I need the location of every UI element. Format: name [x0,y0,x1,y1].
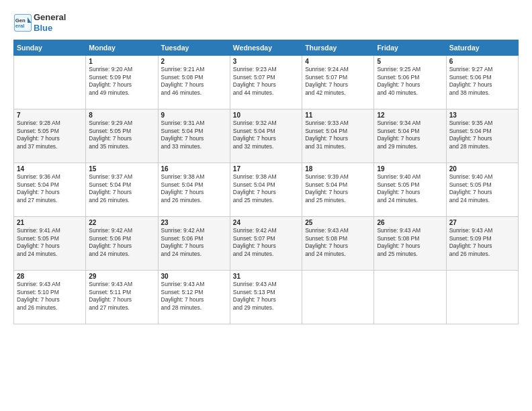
day-cell: 4Sunrise: 9:24 AM Sunset: 5:07 PM Daylig… [302,56,374,109]
svg-text:Gen: Gen [15,17,26,23]
day-number: 2 [161,58,227,65]
day-cell: 13Sunrise: 9:35 AM Sunset: 5:04 PM Dayli… [446,109,518,163]
col-header-thursday: Thursday [302,40,374,56]
day-cell: 24Sunrise: 9:42 AM Sunset: 5:07 PM Dayli… [230,217,302,271]
day-cell: 6Sunrise: 9:27 AM Sunset: 5:06 PM Daylig… [446,56,518,109]
day-number: 28 [17,273,83,280]
day-number: 31 [233,273,299,280]
day-number: 23 [161,219,227,226]
day-number: 7 [17,111,83,119]
day-cell: 10Sunrise: 9:32 AM Sunset: 5:04 PM Dayli… [230,109,302,163]
col-header-wednesday: Wednesday [230,40,302,56]
day-number: 21 [17,219,83,226]
day-cell: 8Sunrise: 9:29 AM Sunset: 5:05 PM Daylig… [86,109,158,163]
week-row-5: 28Sunrise: 9:43 AM Sunset: 5:10 PM Dayli… [14,271,519,324]
day-number: 30 [161,273,227,280]
day-cell: 18Sunrise: 9:39 AM Sunset: 5:04 PM Dayli… [302,163,374,217]
day-info: Sunrise: 9:43 AM Sunset: 5:10 PM Dayligh… [17,281,83,312]
day-info: Sunrise: 9:33 AM Sunset: 5:04 PM Dayligh… [305,120,371,150]
day-info: Sunrise: 9:41 AM Sunset: 5:05 PM Dayligh… [17,227,83,258]
day-cell: 3Sunrise: 9:23 AM Sunset: 5:07 PM Daylig… [230,56,302,109]
day-number: 3 [233,58,299,65]
day-info: Sunrise: 9:24 AM Sunset: 5:07 PM Dayligh… [305,66,371,97]
day-number: 14 [17,165,83,173]
day-cell [446,271,518,324]
day-number: 4 [305,58,371,65]
day-cell: 17Sunrise: 9:38 AM Sunset: 5:04 PM Dayli… [230,163,302,217]
day-info: Sunrise: 9:25 AM Sunset: 5:06 PM Dayligh… [377,66,443,97]
day-info: Sunrise: 9:27 AM Sunset: 5:06 PM Dayligh… [449,66,515,97]
day-cell: 31Sunrise: 9:43 AM Sunset: 5:13 PM Dayli… [230,271,302,324]
day-number: 6 [449,58,515,65]
logo-line2: Blue [34,23,66,34]
day-info: Sunrise: 9:43 AM Sunset: 5:13 PM Dayligh… [233,281,299,312]
col-header-monday: Monday [86,40,158,56]
day-info: Sunrise: 9:32 AM Sunset: 5:04 PM Dayligh… [233,120,299,150]
logo: Gen eral General Blue [13,12,66,33]
day-info: Sunrise: 9:29 AM Sunset: 5:05 PM Dayligh… [89,120,154,150]
day-number: 8 [89,111,154,119]
day-cell [14,56,86,109]
day-info: Sunrise: 9:43 AM Sunset: 5:09 PM Dayligh… [449,227,515,258]
day-info: Sunrise: 9:43 AM Sunset: 5:11 PM Dayligh… [89,281,154,312]
day-info: Sunrise: 9:43 AM Sunset: 5:08 PM Dayligh… [377,227,443,258]
day-info: Sunrise: 9:43 AM Sunset: 5:12 PM Dayligh… [161,281,227,312]
week-row-2: 7Sunrise: 9:28 AM Sunset: 5:05 PM Daylig… [14,109,519,163]
day-info: Sunrise: 9:36 AM Sunset: 5:04 PM Dayligh… [17,173,83,204]
week-row-3: 14Sunrise: 9:36 AM Sunset: 5:04 PM Dayli… [14,163,519,217]
page: Gen eral General Blue SundayMondayTuesda… [0,0,532,411]
calendar-table: SundayMondayTuesdayWednesdayThursdayFrid… [13,40,519,324]
day-info: Sunrise: 9:40 AM Sunset: 5:05 PM Dayligh… [377,173,443,204]
col-header-sunday: Sunday [14,40,86,56]
day-info: Sunrise: 9:31 AM Sunset: 5:04 PM Dayligh… [161,120,227,150]
day-number: 9 [161,111,227,119]
svg-text:eral: eral [15,23,25,29]
day-cell: 29Sunrise: 9:43 AM Sunset: 5:11 PM Dayli… [86,271,158,324]
day-info: Sunrise: 9:35 AM Sunset: 5:04 PM Dayligh… [449,120,515,150]
day-cell [374,271,446,324]
day-info: Sunrise: 9:40 AM Sunset: 5:05 PM Dayligh… [449,173,515,204]
day-number: 24 [233,219,299,226]
day-cell: 9Sunrise: 9:31 AM Sunset: 5:04 PM Daylig… [158,109,230,163]
day-info: Sunrise: 9:43 AM Sunset: 5:08 PM Dayligh… [305,227,371,258]
day-number: 1 [89,58,154,65]
day-number: 10 [233,111,299,119]
day-cell: 19Sunrise: 9:40 AM Sunset: 5:05 PM Dayli… [374,163,446,217]
day-cell: 16Sunrise: 9:38 AM Sunset: 5:04 PM Dayli… [158,163,230,217]
day-cell: 23Sunrise: 9:42 AM Sunset: 5:06 PM Dayli… [158,217,230,271]
day-info: Sunrise: 9:23 AM Sunset: 5:07 PM Dayligh… [233,66,299,97]
week-row-4: 21Sunrise: 9:41 AM Sunset: 5:05 PM Dayli… [14,217,519,271]
day-cell: 12Sunrise: 9:34 AM Sunset: 5:04 PM Dayli… [374,109,446,163]
day-info: Sunrise: 9:28 AM Sunset: 5:05 PM Dayligh… [17,120,83,150]
col-header-saturday: Saturday [446,40,518,56]
day-cell: 25Sunrise: 9:43 AM Sunset: 5:08 PM Dayli… [302,217,374,271]
logo-text-block: General Blue [34,12,66,33]
day-number: 19 [377,165,443,173]
day-number: 15 [89,165,154,173]
day-info: Sunrise: 9:21 AM Sunset: 5:08 PM Dayligh… [161,66,227,97]
logo-icon: Gen eral [13,13,32,32]
day-info: Sunrise: 9:34 AM Sunset: 5:04 PM Dayligh… [377,120,443,150]
day-cell: 14Sunrise: 9:36 AM Sunset: 5:04 PM Dayli… [14,163,86,217]
col-header-friday: Friday [374,40,446,56]
day-number: 18 [305,165,371,173]
day-cell: 21Sunrise: 9:41 AM Sunset: 5:05 PM Dayli… [14,217,86,271]
day-cell: 30Sunrise: 9:43 AM Sunset: 5:12 PM Dayli… [158,271,230,324]
day-number: 27 [449,219,515,226]
day-info: Sunrise: 9:39 AM Sunset: 5:04 PM Dayligh… [305,173,371,204]
day-number: 13 [449,111,515,119]
day-cell: 1Sunrise: 9:20 AM Sunset: 5:09 PM Daylig… [86,56,158,109]
day-cell: 15Sunrise: 9:37 AM Sunset: 5:04 PM Dayli… [86,163,158,217]
day-info: Sunrise: 9:38 AM Sunset: 5:04 PM Dayligh… [233,173,299,204]
day-cell [302,271,374,324]
header-row: SundayMondayTuesdayWednesdayThursdayFrid… [14,40,519,56]
logo-line1: General [34,12,66,23]
day-cell: 2Sunrise: 9:21 AM Sunset: 5:08 PM Daylig… [158,56,230,109]
day-info: Sunrise: 9:42 AM Sunset: 5:06 PM Dayligh… [161,227,227,258]
day-info: Sunrise: 9:42 AM Sunset: 5:06 PM Dayligh… [89,227,154,258]
day-number: 12 [377,111,443,119]
day-cell: 20Sunrise: 9:40 AM Sunset: 5:05 PM Dayli… [446,163,518,217]
day-info: Sunrise: 9:20 AM Sunset: 5:09 PM Dayligh… [89,66,154,97]
day-cell: 7Sunrise: 9:28 AM Sunset: 5:05 PM Daylig… [14,109,86,163]
day-info: Sunrise: 9:37 AM Sunset: 5:04 PM Dayligh… [89,173,154,204]
